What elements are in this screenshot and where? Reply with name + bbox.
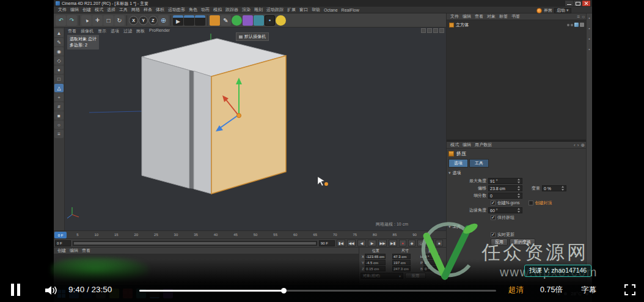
stepper-icon[interactable] — [561, 186, 565, 191]
attribute-menu-item[interactable]: 模式 — [448, 142, 461, 148]
dock-browser-icon[interactable]: ▪ — [588, 16, 590, 20]
viewport-solo-icon[interactable]: ○ — [54, 120, 64, 129]
object-manager-menu-item[interactable]: 标签 — [497, 13, 510, 20]
viewport-menu-item[interactable]: 面板 — [136, 28, 145, 34]
toggle-view-icon[interactable] — [439, 28, 444, 33]
phong-tag-icon[interactable] — [574, 23, 579, 27]
menu-item[interactable]: 编辑 — [68, 7, 81, 13]
menu-item[interactable]: 动画 — [199, 7, 211, 13]
menu-item[interactable]: 体积 — [154, 7, 166, 13]
viewport-menu-item[interactable]: 选项 — [111, 28, 119, 34]
object-manager-menu-item[interactable]: 查看 — [473, 13, 485, 20]
menu-item[interactable]: RealFlow — [340, 8, 361, 12]
menu-item[interactable]: Octane — [322, 8, 340, 12]
play-button[interactable]: ▶ — [368, 240, 376, 246]
subdivision-field[interactable]: 0 — [488, 193, 522, 199]
pause-button[interactable] — [11, 284, 24, 296]
stepper-icon[interactable] — [517, 193, 521, 198]
subtitles-button[interactable]: 字幕 — [581, 285, 596, 295]
select-tool-icon[interactable] — [81, 15, 92, 26]
menu-item[interactable]: 雕刻 — [252, 7, 265, 13]
preserve-groups-checkbox[interactable] — [491, 215, 496, 220]
z-axis-lock-icon[interactable]: Z — [148, 16, 158, 25]
menu-item[interactable]: 窗口 — [298, 7, 310, 13]
start-frame-field[interactable]: 0 F — [55, 240, 71, 246]
menu-item[interactable]: 文件 — [56, 7, 68, 13]
goto-start-button[interactable]: ▮◀ — [337, 240, 345, 246]
object-manager-menu-item[interactable]: 书签 — [510, 13, 522, 20]
next-frame-button[interactable]: ▶▶ — [378, 240, 387, 246]
layout-dropdown[interactable]: 启动▾ — [554, 8, 571, 13]
tab-tool[interactable]: 工具 — [469, 159, 489, 168]
polygon-selection-tag-icon[interactable] — [580, 23, 584, 27]
model-mode-icon[interactable]: ◉ — [54, 47, 64, 56]
move-tool-icon[interactable] — [92, 15, 103, 26]
timeline-ruler[interactable]: 051015202530354045505560657075808590 0 F — [54, 230, 446, 239]
create-ngons-checkbox[interactable] — [491, 201, 496, 205]
minimize-button[interactable] — [565, 1, 573, 6]
deformer-icon[interactable] — [243, 15, 253, 26]
menu-item[interactable]: 模式 — [93, 7, 105, 13]
options-section-header[interactable]: 选项 — [448, 170, 585, 176]
y-axis-lock-icon[interactable]: Y — [139, 16, 148, 25]
undo-icon[interactable] — [56, 15, 66, 26]
camera-label[interactable]: 默认摄像机 — [236, 32, 269, 41]
convert-object-icon[interactable]: ▲ — [54, 29, 64, 37]
render-to-picture-icon[interactable] — [184, 15, 194, 26]
pen-icon[interactable]: ✎ — [54, 38, 64, 46]
menu-item[interactable]: 帮助 — [310, 7, 322, 13]
cube-left-face[interactable] — [142, 57, 189, 188]
render-settings-icon[interactable] — [195, 15, 205, 26]
viewport-menu-item[interactable]: 过滤 — [123, 28, 132, 34]
zoom-view-icon[interactable] — [427, 28, 432, 33]
am-lock-icon[interactable]: ⊕ — [580, 142, 585, 148]
dock-snap-icon[interactable]: ▪ — [588, 47, 590, 51]
x-axis-lock-icon[interactable]: X — [129, 16, 138, 25]
menu-item[interactable]: 创建 — [81, 7, 93, 13]
progress-handle[interactable] — [281, 288, 287, 293]
menu-item[interactable]: 渲染 — [240, 7, 252, 13]
variance-field[interactable]: 0 % — [542, 185, 566, 191]
light-icon[interactable] — [276, 15, 286, 26]
object-name[interactable]: 立方体 — [456, 22, 469, 28]
volume-button[interactable] — [44, 285, 57, 298]
object-manager-menu-item[interactable]: 文件 — [448, 13, 461, 20]
viewport[interactable]: 查看摄像机显示选项过滤面板ProRender 选取对象 总计 多边形: 2 默认… — [65, 28, 446, 230]
speed-button[interactable]: 0.75倍 — [540, 285, 563, 295]
rotate-view-icon[interactable] — [433, 28, 438, 33]
goto-end-button[interactable]: ▶▮ — [389, 240, 397, 246]
environment-icon[interactable] — [254, 15, 264, 26]
object-manager-menu-item[interactable]: 编辑 — [461, 13, 473, 20]
attribute-menu-item[interactable]: 编辑 — [461, 142, 473, 148]
fullscreen-button[interactable] — [624, 284, 635, 298]
menu-item[interactable]: 跟踪器 — [224, 7, 240, 13]
edge-angle-field[interactable]: 60 ° — [488, 207, 522, 213]
menu-item[interactable]: 工具 — [117, 7, 130, 13]
menu-item[interactable]: 角色 — [187, 7, 199, 13]
record-keyframe-button[interactable]: ● — [399, 240, 406, 246]
am-forward-icon[interactable]: › — [577, 142, 579, 148]
end-frame-field[interactable]: 90 F — [319, 240, 335, 246]
quality-button[interactable]: 超清 — [508, 285, 524, 295]
edges-mode-icon[interactable]: □ — [54, 75, 64, 83]
stepper-icon[interactable] — [517, 179, 521, 183]
extrude-slab-face[interactable] — [194, 71, 211, 194]
close-button[interactable] — [582, 1, 590, 6]
subdivision-surface-icon[interactable] — [232, 15, 242, 26]
current-frame-marker[interactable]: 0 F — [54, 232, 67, 238]
points-mode-icon[interactable]: ● — [54, 65, 64, 74]
pan-view-icon[interactable] — [421, 28, 426, 33]
stepper-icon[interactable] — [517, 208, 521, 213]
snap-icon[interactable]: ■ — [54, 111, 64, 120]
material-menu-item[interactable]: 创建 — [56, 248, 68, 254]
selected-polygon-face[interactable] — [211, 56, 286, 194]
render-view-icon[interactable] — [173, 15, 183, 26]
position-x-field[interactable]: -123.65 cm — [365, 254, 386, 259]
coordinate-system-icon[interactable] — [158, 15, 169, 26]
menu-item[interactable]: 扩展 — [285, 7, 298, 13]
texture-mode-icon[interactable]: ◇ — [54, 56, 64, 65]
offset-field[interactable]: 23.8 cm — [488, 185, 522, 191]
lock-icon[interactable]: ≡ — [54, 130, 64, 138]
polygons-mode-icon[interactable]: △ — [54, 84, 64, 92]
max-angle-field[interactable]: 91 ° — [488, 178, 522, 184]
